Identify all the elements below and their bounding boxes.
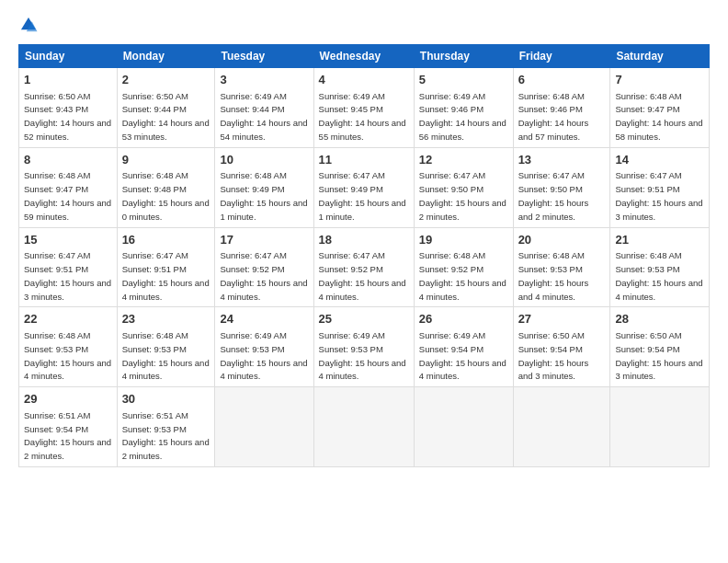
day-detail: Sunrise: 6:47 AMSunset: 9:49 PMDaylight:… bbox=[319, 170, 406, 221]
calendar-cell: 29 Sunrise: 6:51 AMSunset: 9:54 PMDaylig… bbox=[19, 387, 118, 467]
header-tuesday: Tuesday bbox=[215, 45, 313, 68]
day-detail: Sunrise: 6:50 AMSunset: 9:54 PMDaylight:… bbox=[615, 330, 702, 381]
day-detail: Sunrise: 6:48 AMSunset: 9:47 PMDaylight:… bbox=[615, 91, 702, 142]
day-detail: Sunrise: 6:48 AMSunset: 9:53 PMDaylight:… bbox=[518, 250, 589, 301]
day-detail: Sunrise: 6:48 AMSunset: 9:47 PMDaylight:… bbox=[24, 170, 111, 221]
day-detail: Sunrise: 6:50 AMSunset: 9:54 PMDaylight:… bbox=[518, 330, 589, 381]
logo-icon bbox=[18, 15, 39, 35]
calendar-cell: 4 Sunrise: 6:49 AMSunset: 9:45 PMDayligh… bbox=[313, 68, 414, 148]
calendar-week-row: 8 Sunrise: 6:48 AMSunset: 9:47 PMDayligh… bbox=[19, 147, 710, 227]
day-number: 3 bbox=[220, 72, 308, 88]
day-number: 11 bbox=[319, 152, 409, 168]
day-detail: Sunrise: 6:47 AMSunset: 9:50 PMDaylight:… bbox=[419, 170, 506, 221]
calendar-week-row: 22 Sunrise: 6:48 AMSunset: 9:53 PMDaylig… bbox=[19, 307, 710, 387]
day-number: 12 bbox=[419, 152, 508, 168]
day-detail: Sunrise: 6:49 AMSunset: 9:53 PMDaylight:… bbox=[319, 330, 406, 381]
calendar-cell: 10 Sunrise: 6:48 AMSunset: 9:49 PMDaylig… bbox=[215, 147, 313, 227]
calendar-cell: 2 Sunrise: 6:50 AMSunset: 9:44 PMDayligh… bbox=[117, 68, 215, 148]
calendar-week-row: 1 Sunrise: 6:50 AMSunset: 9:43 PMDayligh… bbox=[19, 68, 710, 148]
day-number: 13 bbox=[518, 152, 606, 168]
day-detail: Sunrise: 6:51 AMSunset: 9:54 PMDaylight:… bbox=[24, 410, 111, 461]
calendar-cell: 24 Sunrise: 6:49 AMSunset: 9:53 PMDaylig… bbox=[215, 307, 313, 387]
calendar-cell: 19 Sunrise: 6:48 AMSunset: 9:52 PMDaylig… bbox=[414, 227, 513, 307]
calendar-cell: 5 Sunrise: 6:49 AMSunset: 9:46 PMDayligh… bbox=[414, 68, 513, 148]
calendar-cell: 21 Sunrise: 6:48 AMSunset: 9:53 PMDaylig… bbox=[610, 227, 710, 307]
day-detail: Sunrise: 6:47 AMSunset: 9:52 PMDaylight:… bbox=[319, 250, 406, 301]
day-number: 24 bbox=[220, 311, 308, 327]
day-number: 21 bbox=[615, 232, 704, 248]
day-number: 1 bbox=[24, 72, 112, 88]
day-detail: Sunrise: 6:50 AMSunset: 9:44 PMDaylight:… bbox=[122, 91, 210, 142]
calendar-cell: 16 Sunrise: 6:47 AMSunset: 9:51 PMDaylig… bbox=[117, 227, 215, 307]
day-number: 22 bbox=[24, 311, 112, 327]
day-detail: Sunrise: 6:49 AMSunset: 9:45 PMDaylight:… bbox=[319, 91, 406, 142]
day-detail: Sunrise: 6:49 AMSunset: 9:46 PMDaylight:… bbox=[419, 91, 506, 142]
header-sunday: Sunday bbox=[19, 45, 118, 68]
calendar-cell: 27 Sunrise: 6:50 AMSunset: 9:54 PMDaylig… bbox=[513, 307, 610, 387]
day-detail: Sunrise: 6:48 AMSunset: 9:49 PMDaylight:… bbox=[220, 170, 307, 221]
day-detail: Sunrise: 6:48 AMSunset: 9:52 PMDaylight:… bbox=[419, 250, 506, 301]
day-detail: Sunrise: 6:50 AMSunset: 9:43 PMDaylight:… bbox=[24, 91, 111, 142]
calendar-header-row: SundayMondayTuesdayWednesdayThursdayFrid… bbox=[19, 45, 710, 68]
calendar-cell: 20 Sunrise: 6:48 AMSunset: 9:53 PMDaylig… bbox=[513, 227, 610, 307]
day-number: 18 bbox=[319, 232, 409, 248]
calendar-cell: 26 Sunrise: 6:49 AMSunset: 9:54 PMDaylig… bbox=[414, 307, 513, 387]
calendar-table: SundayMondayTuesdayWednesdayThursdayFrid… bbox=[18, 44, 710, 467]
calendar-week-row: 15 Sunrise: 6:47 AMSunset: 9:51 PMDaylig… bbox=[19, 227, 710, 307]
calendar-cell: 9 Sunrise: 6:48 AMSunset: 9:48 PMDayligh… bbox=[117, 147, 215, 227]
day-number: 27 bbox=[518, 311, 606, 327]
day-detail: Sunrise: 6:49 AMSunset: 9:53 PMDaylight:… bbox=[220, 330, 307, 381]
day-detail: Sunrise: 6:47 AMSunset: 9:52 PMDaylight:… bbox=[220, 250, 307, 301]
day-detail: Sunrise: 6:48 AMSunset: 9:46 PMDaylight:… bbox=[518, 91, 589, 142]
day-detail: Sunrise: 6:49 AMSunset: 9:44 PMDaylight:… bbox=[220, 91, 307, 142]
calendar-cell bbox=[313, 387, 414, 467]
day-number: 19 bbox=[419, 232, 508, 248]
day-number: 28 bbox=[615, 311, 704, 327]
day-detail: Sunrise: 6:48 AMSunset: 9:53 PMDaylight:… bbox=[122, 330, 210, 381]
day-detail: Sunrise: 6:47 AMSunset: 9:51 PMDaylight:… bbox=[615, 170, 702, 221]
day-number: 26 bbox=[419, 311, 508, 327]
day-detail: Sunrise: 6:47 AMSunset: 9:51 PMDaylight:… bbox=[122, 250, 210, 301]
calendar-cell: 12 Sunrise: 6:47 AMSunset: 9:50 PMDaylig… bbox=[414, 147, 513, 227]
calendar-cell: 25 Sunrise: 6:49 AMSunset: 9:53 PMDaylig… bbox=[313, 307, 414, 387]
day-number: 8 bbox=[24, 152, 112, 168]
day-number: 2 bbox=[122, 72, 210, 88]
day-detail: Sunrise: 6:48 AMSunset: 9:53 PMDaylight:… bbox=[24, 330, 111, 381]
calendar-cell: 11 Sunrise: 6:47 AMSunset: 9:49 PMDaylig… bbox=[313, 147, 414, 227]
day-detail: Sunrise: 6:47 AMSunset: 9:50 PMDaylight:… bbox=[518, 170, 589, 221]
day-number: 29 bbox=[24, 391, 112, 408]
day-number: 16 bbox=[122, 232, 210, 248]
calendar-cell: 14 Sunrise: 6:47 AMSunset: 9:51 PMDaylig… bbox=[610, 147, 710, 227]
calendar-cell bbox=[513, 387, 610, 467]
day-number: 20 bbox=[518, 232, 606, 248]
logo bbox=[18, 15, 42, 35]
calendar-cell: 13 Sunrise: 6:47 AMSunset: 9:50 PMDaylig… bbox=[513, 147, 610, 227]
calendar-cell: 8 Sunrise: 6:48 AMSunset: 9:47 PMDayligh… bbox=[19, 147, 118, 227]
calendar-cell bbox=[414, 387, 513, 467]
day-number: 10 bbox=[220, 152, 308, 168]
day-number: 17 bbox=[220, 232, 308, 248]
day-number: 14 bbox=[615, 152, 704, 168]
calendar-cell: 30 Sunrise: 6:51 AMSunset: 9:53 PMDaylig… bbox=[117, 387, 215, 467]
calendar-cell: 15 Sunrise: 6:47 AMSunset: 9:51 PMDaylig… bbox=[19, 227, 118, 307]
calendar-cell bbox=[215, 387, 313, 467]
calendar-cell: 22 Sunrise: 6:48 AMSunset: 9:53 PMDaylig… bbox=[19, 307, 118, 387]
day-number: 9 bbox=[122, 152, 210, 168]
header-monday: Monday bbox=[117, 45, 215, 68]
header-wednesday: Wednesday bbox=[313, 45, 414, 68]
day-detail: Sunrise: 6:47 AMSunset: 9:51 PMDaylight:… bbox=[24, 250, 111, 301]
calendar-cell: 23 Sunrise: 6:48 AMSunset: 9:53 PMDaylig… bbox=[117, 307, 215, 387]
day-number: 5 bbox=[419, 72, 508, 88]
day-detail: Sunrise: 6:51 AMSunset: 9:53 PMDaylight:… bbox=[122, 410, 210, 461]
calendar-week-row: 29 Sunrise: 6:51 AMSunset: 9:54 PMDaylig… bbox=[19, 387, 710, 467]
calendar-cell: 17 Sunrise: 6:47 AMSunset: 9:52 PMDaylig… bbox=[215, 227, 313, 307]
day-detail: Sunrise: 6:48 AMSunset: 9:53 PMDaylight:… bbox=[615, 250, 702, 301]
calendar-cell: 6 Sunrise: 6:48 AMSunset: 9:46 PMDayligh… bbox=[513, 68, 610, 148]
day-number: 6 bbox=[518, 72, 606, 88]
calendar-cell: 28 Sunrise: 6:50 AMSunset: 9:54 PMDaylig… bbox=[610, 307, 710, 387]
header-thursday: Thursday bbox=[414, 45, 513, 68]
calendar-cell bbox=[610, 387, 710, 467]
day-detail: Sunrise: 6:49 AMSunset: 9:54 PMDaylight:… bbox=[419, 330, 506, 381]
calendar-cell: 18 Sunrise: 6:47 AMSunset: 9:52 PMDaylig… bbox=[313, 227, 414, 307]
day-number: 25 bbox=[319, 311, 409, 327]
